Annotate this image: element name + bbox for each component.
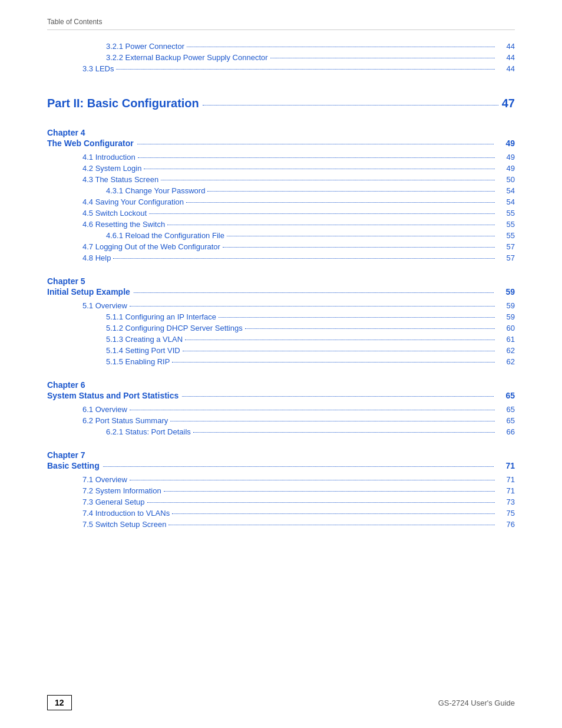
chapter-title: The Web Configurator [47,139,134,148]
chapter-dots [103,466,494,467]
toc-dots [245,328,495,329]
toc-page: 54 [497,197,515,206]
toc-dots [172,513,495,514]
toc-page: 75 [497,509,515,518]
toc-entry: 6.1 Overview 65 [47,405,515,414]
toc-entry: 5.1.5 Enabling RIP 62 [47,357,515,366]
toc-entry: 7.2 System Information 71 [47,486,515,495]
chapter-dots [182,396,494,397]
toc-entry: 4.4 Saving Your Configuration 54 [47,197,515,206]
toc-title: 7.2 System Information [82,486,161,495]
chapters-container: Chapter 4 The Web Configurator 49 4.1 In… [47,128,515,529]
chapter-page: 71 [497,461,515,470]
toc-dots [186,202,495,203]
chapter-title: Initial Setup Example [47,287,130,297]
toc-entry: 3.2.2 External Backup Power Supply Conne… [47,53,515,62]
section-entries: 6.1 Overview 65 6.2 Port Status Summary … [47,405,515,436]
toc-dots [170,421,495,421]
toc-page: 44 [497,42,515,51]
part2-page: 47 [502,97,515,110]
toc-dots [130,410,495,410]
toc-entry: 4.7 Logging Out of the Web Configurator … [47,242,515,251]
toc-title: 4.3 The Status Screen [82,175,158,184]
toc-title: 4.6.1 Reload the Configuration File [106,231,224,240]
chapter-page: 59 [497,287,515,297]
toc-page: 44 [497,53,515,62]
toc-title: 3.2.2 External Backup Power Supply Conne… [106,53,268,62]
toc-entry: 4.3.1 Change Your Password 54 [47,186,515,195]
toc-entry: 4.1 Introduction 49 [47,153,515,162]
toc-title: 6.2 Port Status Summary [82,416,168,425]
header-text: Table of Contents [47,18,102,26]
toc-dots [227,236,495,236]
chapter-label: Chapter 4 [47,128,515,137]
toc-entry: 6.2.1 Status: Port Details 66 [47,427,515,436]
toc-dots [172,362,495,363]
toc-dots [168,525,495,525]
toc-title: 5.1.2 Configuring DHCP Server Settings [106,324,243,332]
part2-title-text: Part II: Basic Configuration [47,97,199,110]
toc-dots [183,351,495,351]
toc-entry: 5.1.3 Creating a VLAN 61 [47,335,515,344]
toc-page: 62 [497,346,515,355]
toc-page: 61 [497,335,515,344]
page: Table of Contents 3.2.1 Power Connector … [0,0,562,728]
part2-title: Part II: Basic Configuration 47 [47,97,515,110]
chapter-label: Chapter 6 [47,380,515,390]
toc-page: 49 [497,164,515,173]
toc-page: 49 [497,153,515,162]
chapter-title: Basic Setting [47,461,100,470]
chapter-page: 49 [497,139,515,148]
part2-header: Part II: Basic Configuration 47 [47,97,515,110]
toc-title: 7.4 Introduction to VLANs [82,509,170,518]
toc-page: 59 [497,301,515,310]
toc-title: 3.2.1 Power Connector [106,42,184,51]
chapter-dots [134,292,494,293]
toc-page: 71 [497,475,515,484]
toc-dots [193,432,495,433]
toc-dots [161,180,495,180]
toc-page: 60 [497,324,515,332]
toc-page: 50 [497,175,515,184]
toc-dots [113,258,495,259]
toc-page: 54 [497,186,515,195]
chapter-title-line: The Web Configurator 49 [47,139,515,148]
toc-title: 7.3 General Setup [82,498,145,506]
chapter-block: Chapter 6 System Status and Port Statist… [47,380,515,436]
toc-dots [130,306,495,307]
toc-dots [138,157,495,158]
toc-title: 6.2.1 Status: Port Details [106,427,191,436]
toc-dots [223,247,495,248]
toc-title: 4.6 Resetting the Switch [82,220,165,229]
toc-page: 65 [497,405,515,414]
chapter-block: Chapter 4 The Web Configurator 49 4.1 In… [47,128,515,262]
chapter-label: Chapter 7 [47,450,515,460]
toc-title: 5.1.3 Creating a VLAN [106,335,183,344]
toc-page: 55 [497,209,515,218]
toc-dots [144,169,495,169]
toc-title: 4.3.1 Change Your Password [106,186,205,195]
toc-title: 4.8 Help [82,253,111,262]
footer-title: GS-2724 User's Guide [438,699,515,707]
page-number-box: 12 [47,695,72,710]
toc-dots [167,225,495,225]
toc-title: 4.4 Saving Your Configuration [82,197,184,206]
section-entries: 7.1 Overview 71 7.2 System Information 7… [47,475,515,529]
toc-dots [149,213,495,214]
toc-title: 6.1 Overview [82,405,127,414]
section-entries: 5.1 Overview 59 5.1.1 Configuring an IP … [47,301,515,366]
toc-entry: 4.6.1 Reload the Configuration File 55 [47,231,515,240]
toc-title: 7.1 Overview [82,475,127,484]
toc-entry: 4.5 Switch Lockout 55 [47,209,515,218]
chapter-label: Chapter 5 [47,276,515,286]
toc-page: 55 [497,220,515,229]
toc-entry: 7.1 Overview 71 [47,475,515,484]
toc-page: 62 [497,357,515,366]
toc-entry: 7.4 Introduction to VLANs 75 [47,509,515,518]
toc-page: 65 [497,416,515,425]
toc-entry: 3.2.1 Power Connector 44 [47,42,515,51]
toc-page: 76 [497,520,515,529]
toc-page: 66 [497,427,515,436]
toc-title: 4.2 System Login [82,164,141,173]
page-header: Table of Contents [47,18,515,30]
